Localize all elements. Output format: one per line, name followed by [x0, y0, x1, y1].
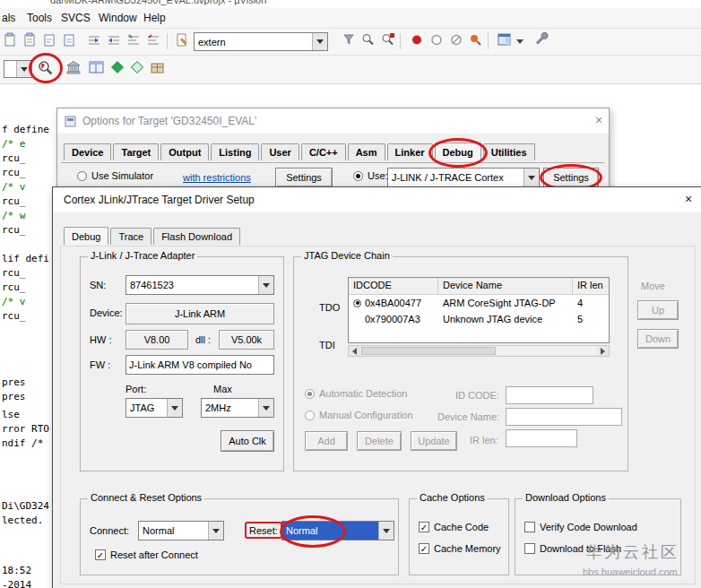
cache-memory-checkbox[interactable]: ✓ Cache Memory [419, 543, 501, 554]
breakpoint-enable-icon[interactable] [468, 31, 488, 51]
close-icon[interactable]: × [680, 192, 697, 206]
device-name-cell: Unknown JTAG device [438, 314, 573, 324]
verify-code-download-checkbox[interactable]: Verify Code Download [524, 522, 637, 532]
menu-item-svcs[interactable]: SVCS [61, 12, 91, 24]
redo-icon[interactable] [61, 31, 81, 51]
scrollbar-thumb[interactable] [361, 347, 496, 355]
indent-icon[interactable] [106, 31, 125, 51]
driver-settings-button[interactable]: Settings [543, 168, 599, 187]
layout-dropdown-arrow[interactable] [515, 31, 525, 51]
search-highlight-icon[interactable] [380, 31, 400, 51]
ir-len-cell: 5 [573, 314, 607, 324]
reset-combo[interactable]: Normal [281, 521, 394, 540]
target-combo-arrow-button[interactable] [16, 61, 31, 77]
sn-combo-arrow-button[interactable] [258, 276, 273, 294]
port-combo-arrow-button[interactable] [167, 399, 182, 417]
reset-combo-arrow-button[interactable] [378, 522, 394, 540]
tab-flash-download-page[interactable]: Flash Download [153, 228, 240, 245]
checkbox-icon[interactable]: ✓ [95, 549, 106, 560]
debug-session-icon[interactable] [36, 58, 56, 78]
max-clock-combo-arrow-button[interactable] [258, 399, 273, 417]
debug-driver-combo-arrow-button[interactable] [524, 169, 539, 186]
symbol-combo-arrow-button[interactable] [312, 33, 327, 50]
tab-debug[interactable]: Debug [435, 143, 481, 160]
tab-device[interactable]: Device [64, 143, 111, 160]
radio-icon[interactable] [77, 171, 87, 181]
scroll-left-button[interactable] [349, 346, 360, 356]
cache-options-group: Cache Options ✓ Cache Code ✓ Cache Memor… [409, 498, 509, 575]
target-combo[interactable] [4, 60, 32, 78]
tab-output[interactable]: Output [160, 143, 209, 160]
windows-icon[interactable] [88, 58, 108, 78]
comment-icon[interactable] [125, 31, 145, 51]
windows-layout-icon[interactable] [497, 31, 516, 51]
connect-combo-arrow-button[interactable] [208, 522, 223, 540]
with-restrictions-link[interactable]: with restrictions [183, 172, 251, 183]
symbol-combo[interactable]: extern [194, 32, 328, 51]
tab-debug-page[interactable]: Debug [64, 227, 108, 245]
table-row[interactable]: 0x790007A3 Unknown JTAG device 5 [349, 311, 609, 327]
max-clock-combo[interactable]: 2MHz [201, 398, 274, 418]
filter-icon[interactable] [341, 31, 360, 51]
memory-window-icon[interactable] [129, 58, 149, 78]
code-line: /* w [2, 210, 26, 221]
scroll-right-button[interactable] [597, 346, 609, 356]
package-icon[interactable] [149, 58, 169, 78]
copy-icon[interactable] [2, 31, 22, 51]
edit-document-icon[interactable] [174, 31, 194, 51]
checkbox-icon[interactable] [524, 543, 535, 554]
close-icon[interactable]: × [591, 113, 607, 127]
system-viewer-icon[interactable] [65, 58, 84, 78]
move-up-button: Up [637, 300, 679, 320]
menu-item-help[interactable]: Help [143, 12, 166, 24]
breakpoint-kill-icon[interactable] [448, 31, 468, 51]
simulator-settings-button[interactable]: Settings [275, 168, 333, 187]
fw-field[interactable]: J-Link ARM V8 compiled No [125, 355, 274, 375]
code-line: rcu_ [2, 195, 26, 207]
hw-label: HW : [90, 334, 111, 345]
search-icon[interactable] [360, 31, 380, 51]
device-label: Device: [90, 307, 123, 318]
uncomment-icon[interactable] [145, 31, 165, 51]
table-row[interactable]: 0x4BA00477 ARM CoreSight JTAG-DP 4 [349, 295, 609, 311]
sn-combo[interactable]: 87461523 [125, 275, 274, 295]
table-horizontal-scrollbar[interactable] [348, 345, 610, 357]
tab-asm[interactable]: Asm [348, 143, 385, 160]
cache-code-checkbox[interactable]: ✓ Cache Code [419, 522, 489, 532]
tab-cpp[interactable]: C/C++ [301, 143, 346, 160]
menu-item-peripherals[interactable]: als [2, 12, 15, 24]
tab-linker[interactable]: Linker [387, 143, 433, 160]
tab-utilities[interactable]: Utilities [483, 143, 535, 160]
outdent-icon[interactable] [86, 31, 106, 51]
paste-icon[interactable] [22, 31, 41, 51]
tab-trace-page[interactable]: Trace [110, 228, 151, 245]
ir-len-cell: 4 [573, 298, 607, 308]
checkbox-icon[interactable]: ✓ [419, 522, 429, 532]
configure-icon[interactable] [534, 31, 554, 51]
tdo-label: TDO [319, 302, 340, 313]
watch-window-icon[interactable] [109, 58, 129, 78]
tab-listing[interactable]: Listing [211, 143, 259, 160]
tab-user[interactable]: User [261, 143, 299, 160]
debug-driver-combo[interactable]: J-LINK / J-TRACE Cortex [387, 168, 540, 187]
breakpoint-icon[interactable] [409, 31, 428, 51]
checkbox-icon[interactable] [524, 522, 535, 532]
driver-dialog-title: Cortex JLink/JTrace Target Driver Setup [64, 194, 255, 206]
port-combo[interactable]: JTAG [125, 398, 183, 418]
menu-item-window[interactable]: Window [99, 12, 137, 24]
symbol-combo-value: extern [195, 33, 312, 50]
checkbox-icon[interactable]: ✓ [419, 543, 429, 554]
connect-combo[interactable]: Normal [138, 521, 224, 540]
radio-icon[interactable] [353, 171, 363, 181]
menu-item-tools[interactable]: Tools [27, 12, 52, 24]
use-driver-radio[interactable]: Use: [353, 170, 388, 181]
jtag-device-table[interactable]: IDCODE Device Name IR len 0x4BA00477 ARM… [348, 277, 610, 343]
debug-driver-combo-value: J-LINK / J-TRACE Cortex [388, 169, 524, 186]
reset-after-connect-checkbox[interactable]: ✓ Reset after Connect [95, 549, 198, 560]
tab-target[interactable]: Target [113, 143, 159, 160]
use-simulator-radio[interactable]: Use Simulator [77, 170, 153, 181]
breakpoint-disable-icon[interactable] [428, 31, 448, 51]
add-button: Add [305, 431, 348, 451]
auto-clk-button[interactable]: Auto Clk [221, 430, 274, 452]
undo-icon[interactable] [41, 31, 61, 51]
